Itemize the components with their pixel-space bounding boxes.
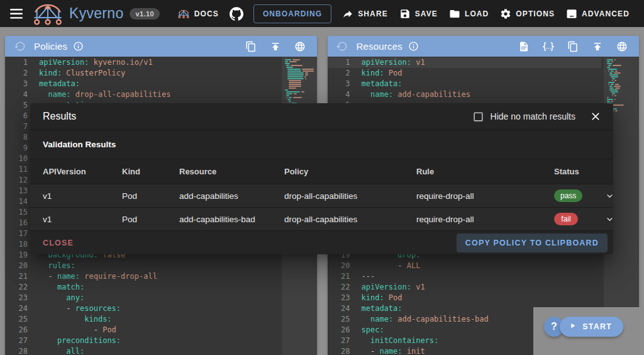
code-line: 23 any: — [5, 293, 279, 303]
code-text: match: — [39, 282, 84, 293]
save-button[interactable]: SAVE — [394, 4, 443, 24]
line-number: 2 — [5, 68, 28, 79]
line-number: 1 — [5, 57, 28, 68]
code-line: 1apiVersion: kyverno.io/v1 — [5, 57, 279, 68]
line-number: 28 — [328, 346, 350, 355]
code-line: 25 kinds: — [5, 314, 279, 325]
policies-title: Policies — [34, 41, 67, 52]
line-number: 15 — [5, 207, 28, 218]
version-badge: v1.10 — [130, 8, 160, 20]
upload-icon[interactable] — [267, 38, 284, 55]
folder-icon — [449, 8, 460, 20]
line-number: 21 — [5, 271, 28, 282]
close-icon[interactable] — [588, 109, 603, 124]
onboarding-button[interactable]: ONBOARDING — [253, 4, 331, 23]
results-modal: Results Hide no match results Validation… — [30, 103, 613, 254]
cell-apiversion: v1 — [43, 191, 122, 201]
code-text: spec: — [362, 325, 384, 335]
line-number: 22 — [5, 282, 28, 293]
line-number: 25 — [328, 314, 350, 325]
code-text: --- — [362, 271, 375, 282]
code-line: 2kind: ClusterPolicy — [5, 68, 279, 79]
resources-title: Resources — [357, 41, 403, 52]
modal-footer: CLOSE COPY POLICY TO CLIPBOARD — [30, 231, 613, 254]
line-number: 24 — [328, 303, 350, 314]
advanced-button[interactable]: ADVANCED — [560, 4, 635, 24]
restore-icon[interactable] — [334, 38, 350, 55]
code-text: kind: Pod — [362, 68, 402, 79]
onboarding-label: ONBOARDING — [263, 9, 322, 18]
menu-icon[interactable] — [8, 5, 25, 23]
info-icon[interactable] — [70, 38, 86, 55]
share-label: SHARE — [358, 9, 388, 18]
cell-policy: drop-all-capabilities — [284, 191, 416, 201]
line-number: 26 — [328, 325, 350, 335]
code-text: apiVersion: v1 — [362, 282, 425, 293]
column-header: Kind — [122, 167, 179, 176]
app-header: Kyverno v1.10 DOCS ONBOARDING — [0, 0, 644, 27]
results-table-header: APIVersionKindResourcePolicyRuleStatus — [30, 159, 613, 184]
line-number: 3 — [328, 79, 350, 89]
share-icon — [342, 8, 353, 20]
code-line: 20 - ALL — [328, 261, 602, 271]
line-number: 26 — [5, 325, 28, 335]
code-text: - resources: — [39, 303, 121, 314]
code-text: name: add-capabilities-bad — [362, 314, 489, 325]
docs-button[interactable]: DOCS — [172, 4, 225, 23]
hide-no-match-label: Hide no match results — [491, 111, 575, 121]
code-line: 3metadata: — [328, 79, 602, 89]
restore-icon[interactable] — [11, 38, 28, 55]
line-number: 19 — [5, 250, 28, 261]
cell-resource: add-capabilities — [179, 191, 284, 201]
start-button[interactable]: START — [560, 317, 623, 337]
globe-icon[interactable] — [614, 38, 630, 55]
checkbox-blank-icon — [472, 111, 484, 123]
line-number: 28 — [5, 346, 28, 355]
share-button[interactable]: SHARE — [336, 4, 394, 24]
line-number: 16 — [5, 218, 28, 228]
copy-icon[interactable] — [243, 38, 259, 55]
upload-icon[interactable] — [589, 38, 606, 55]
play-icon — [569, 322, 577, 332]
status-badge: pass — [554, 189, 582, 202]
modal-header: Results Hide no match results — [30, 103, 613, 130]
options-label: OPTIONS — [516, 9, 555, 18]
code-text: - ALL — [362, 261, 421, 271]
line-number: 8 — [5, 132, 28, 143]
chevron-down-icon[interactable] — [604, 214, 625, 225]
code-text: - name: init — [362, 346, 425, 355]
code-text: - Pod — [39, 325, 116, 335]
options-button[interactable]: OPTIONS — [494, 4, 560, 24]
info-icon[interactable] — [405, 38, 421, 55]
file-document-icon[interactable] — [516, 38, 532, 55]
copy-policy-button[interactable]: COPY POLICY TO CLIPBOARD — [457, 234, 608, 252]
modal-title: Results — [43, 111, 76, 122]
code-text: metadata: — [362, 303, 402, 314]
line-number: 21 — [328, 271, 350, 282]
validation-results-section: Validation Results — [30, 130, 613, 159]
docs-icon — [177, 9, 190, 19]
chevron-down-icon[interactable] — [604, 191, 625, 201]
code-line: 2kind: Pod — [328, 68, 602, 79]
docs-label: DOCS — [194, 9, 219, 18]
close-button[interactable]: CLOSE — [35, 234, 81, 252]
advanced-label: ADVANCED — [582, 9, 630, 18]
line-number: 9 — [5, 143, 28, 154]
copy-icon[interactable] — [565, 38, 581, 55]
result-row[interactable]: v1Podadd-capabilities-baddrop-all-capabi… — [30, 208, 613, 230]
load-button[interactable]: LOAD — [443, 4, 494, 24]
github-button[interactable] — [225, 3, 248, 25]
line-number: 20 — [5, 261, 28, 271]
line-number: 6 — [5, 111, 28, 121]
code-line: 23kind: Pod — [328, 293, 602, 303]
result-row[interactable]: v1Podadd-capabilitiesdrop-all-capabiliti… — [30, 184, 613, 207]
line-number: 23 — [328, 293, 350, 303]
globe-icon[interactable] — [292, 38, 308, 55]
cell-rule: require-drop-all — [416, 215, 554, 224]
line-number: 23 — [5, 293, 28, 303]
line-number: 27 — [5, 335, 28, 346]
resources-panel-header: Resources — [328, 36, 640, 57]
code-json-icon[interactable] — [540, 38, 557, 55]
hide-no-match-checkbox[interactable]: Hide no match results — [472, 111, 575, 123]
code-text: apiVersion: v1 — [362, 57, 425, 68]
